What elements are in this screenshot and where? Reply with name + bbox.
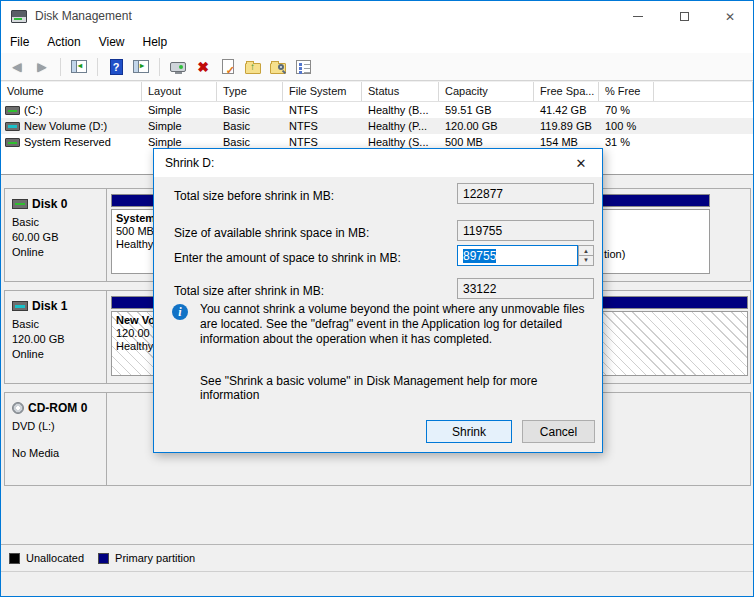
column-header-type[interactable]: Type [217,82,283,101]
cell-capacity: 500 MB [439,136,534,148]
column-header-pct-free[interactable]: % Free [599,82,654,101]
volume-name: (C:) [24,104,42,116]
disk-management-app-icon [11,10,27,23]
close-icon: ✕ [576,156,587,171]
close-button[interactable]: ✕ [707,1,753,32]
toolbar-separator [159,58,160,76]
window-controls: ✕ [615,1,753,32]
volume-icon [5,138,20,147]
rescan-disks-button[interactable] [168,57,188,77]
mark-partition-icon: ✓ [222,59,234,74]
spinner-up-button[interactable]: ▲ [579,246,593,255]
cell-capacity: 120.00 GB [439,120,534,132]
properties-button[interactable] [293,57,313,77]
menu-bar: File Action View Help [1,32,753,53]
info-text: You cannot shrink a volume beyond the po… [200,302,596,347]
cell-capacity: 59.51 GB [439,104,534,116]
minimize-button[interactable] [615,1,661,32]
primary-partition-swatch [98,553,109,564]
disk-status: Online [12,347,106,362]
explore-folder-icon [270,63,286,74]
toolbar-separator [60,58,61,76]
show-console-tree-button[interactable]: ◂ [69,57,89,77]
volume-name: System Reserved [24,136,111,148]
disk-0-label-panel[interactable]: Disk 0 Basic 60.00 GB Online [5,189,107,281]
legend-primary-partition: Primary partition [98,552,195,564]
field-available-space: 119755 [457,220,594,241]
cd-rom-icon [12,402,24,414]
dialog-title-bar: Shrink D: ✕ [154,149,602,177]
window-title: Disk Management [35,1,132,32]
column-header-file-system[interactable]: File System [283,82,362,101]
back-button[interactable]: ◄ [7,57,27,77]
delete-volume-icon: ✖ [197,60,209,74]
column-header-capacity[interactable]: Capacity [439,82,534,101]
volume-list-header: Volume Layout Type File System Status Ca… [1,82,753,102]
cancel-button[interactable]: Cancel [522,420,595,443]
maximize-icon [680,12,689,21]
label-total-after: Total size after shrink in MB: [174,284,324,298]
delete-volume-button[interactable]: ✖ [193,57,213,77]
menu-help[interactable]: Help [134,32,177,53]
cell-layout: Simple [142,104,217,116]
disk-kind: Basic [12,215,106,230]
disk-size: 60.00 GB [12,230,106,245]
forward-button[interactable]: ► [32,57,52,77]
cell-fs: NTFS [283,120,362,132]
disk-name: CD-ROM 0 [28,401,87,415]
dialog-close-button[interactable]: ✕ [566,153,596,173]
cell-layout: Simple [142,136,217,148]
toolbar-separator [97,58,98,76]
column-header-volume[interactable]: Volume [1,82,142,101]
volume-icon [5,106,20,115]
open-folder-icon: ↑ [245,63,261,74]
info-icon: i [172,304,188,320]
cell-layout: Simple [142,120,217,132]
rescan-disks-icon [170,62,186,72]
label-shrink-amount: Enter the amount of space to shrink in M… [174,251,401,265]
maximize-button[interactable] [661,1,707,32]
disk-kind: Basic [12,317,106,332]
volume-row-d-selected[interactable]: New Volume (D:) Simple Basic NTFS Health… [1,118,753,134]
properties-icon [296,60,311,74]
dialog-title: Shrink D: [165,149,214,177]
mark-partition-button[interactable]: ✓ [218,57,238,77]
disk-status: Online [12,245,106,260]
close-icon: ✕ [725,10,735,24]
disk-icon [12,301,28,311]
field-shrink-amount[interactable]: 89755 [457,245,578,266]
disk-1-label-panel[interactable]: Disk 1 Basic 120.00 GB Online [5,291,107,383]
shrink-button[interactable]: Shrink [426,420,512,443]
explore-folder-button[interactable] [268,57,288,77]
disk-name: Disk 0 [32,197,67,211]
forward-icon: ► [35,59,50,74]
open-folder-button[interactable]: ↑ [243,57,263,77]
help-button[interactable]: ? [106,57,126,77]
legend-label: Unallocated [26,552,84,564]
disk-kind: DVD (L:) [12,419,106,434]
volume-row-c[interactable]: (C:) Simple Basic NTFS Healthy (B... 59.… [1,102,753,118]
volume-icon [5,122,20,131]
selected-text: 89755 [463,249,496,263]
cdrom-0-label-panel[interactable]: CD-ROM 0 DVD (L:) No Media [5,393,107,485]
column-header-free-space[interactable]: Free Spa... [534,82,599,101]
column-header-layout[interactable]: Layout [142,82,217,101]
column-header-status[interactable]: Status [362,82,439,101]
cell-status: Healthy (P... [362,120,439,132]
cell-fs: NTFS [283,136,362,148]
menu-action[interactable]: Action [38,32,89,53]
field-total-after: 33122 [457,278,594,299]
spinner-down-button[interactable]: ▼ [579,255,593,264]
action-pane-icon: ▸ [133,60,149,73]
toolbar: ◄ ► ◂ ? ▸ ✖ ✓ ↑ [1,53,753,81]
menu-view[interactable]: View [90,32,134,53]
label-total-before: Total size before shrink in MB: [174,189,334,203]
title-bar: Disk Management ✕ [1,1,753,32]
cell-pct: 100 % [599,120,654,132]
help-icon: ? [110,59,123,75]
help-text: See "Shrink a basic volume" in Disk Mana… [200,374,596,402]
console-tree-icon: ◂ [71,60,87,73]
show-action-pane-button[interactable]: ▸ [131,57,151,77]
menu-file[interactable]: File [1,32,38,53]
label-available-space: Size of available shrink space in MB: [174,226,369,240]
